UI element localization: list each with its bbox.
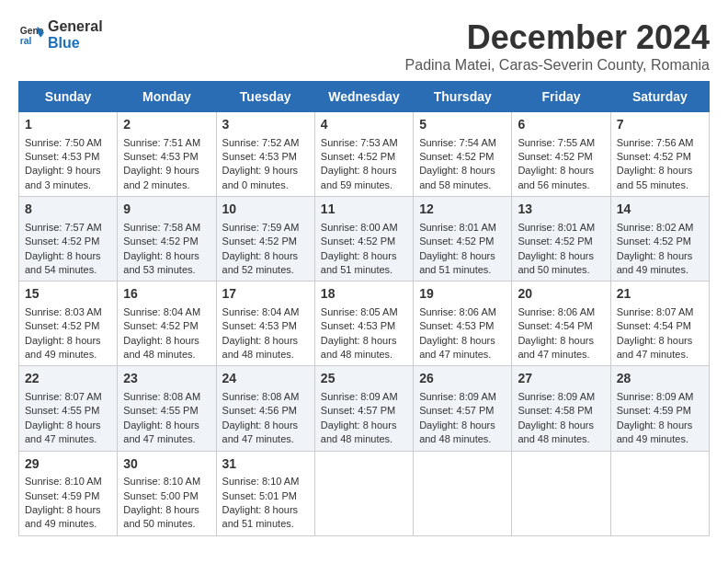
sunrise: Sunrise: 7:53 AM: [321, 137, 398, 148]
calendar-cell: 31Sunrise: 8:10 AMSunset: 5:01 PMDayligh…: [216, 451, 314, 535]
subtitle: Padina Matei, Caras-Severin County, Roma…: [405, 57, 710, 74]
calendar-cell: 19Sunrise: 8:06 AMSunset: 4:53 PMDayligh…: [414, 282, 512, 366]
sunset: Sunset: 4:52 PM: [518, 151, 592, 162]
sunset: Sunset: 4:53 PM: [419, 320, 494, 331]
daylight-hours-label: Daylight: 8 hours and 54 minutes.: [25, 250, 101, 275]
calendar-cell: 25Sunrise: 8:09 AMSunset: 4:57 PMDayligh…: [314, 366, 413, 451]
calendar-cell: 30Sunrise: 8:10 AMSunset: 5:00 PMDayligh…: [118, 451, 216, 535]
daylight-hours-label: Daylight: 8 hours and 52 minutes.: [222, 250, 299, 275]
day-number: 14: [617, 201, 703, 219]
day-number: 21: [617, 285, 703, 304]
sunset: Sunset: 4:52 PM: [25, 320, 99, 331]
day-number: 7: [617, 116, 703, 134]
day-number: 22: [25, 370, 111, 388]
sunrise: Sunrise: 7:57 AM: [25, 222, 102, 233]
day-number: 16: [123, 285, 210, 304]
day-number: 6: [518, 116, 604, 134]
sunrise: Sunrise: 8:08 AM: [222, 391, 300, 402]
daylight-hours-label: Daylight: 8 hours and 47 minutes.: [222, 419, 299, 444]
daylight-hours-label: Daylight: 8 hours and 49 minutes.: [25, 335, 101, 360]
sunrise: Sunrise: 7:50 AM: [25, 137, 102, 148]
sunset: Sunset: 4:53 PM: [321, 320, 395, 331]
daylight-hours-label: Daylight: 8 hours and 47 minutes.: [123, 419, 199, 444]
calendar-cell: 13Sunrise: 8:01 AMSunset: 4:52 PMDayligh…: [512, 197, 610, 282]
sunrise: Sunrise: 8:08 AM: [123, 391, 200, 402]
sunset: Sunset: 4:56 PM: [222, 405, 297, 416]
daylight-hours-label: Daylight: 9 hours and 0 minutes.: [222, 165, 299, 190]
day-number: 3: [222, 116, 309, 134]
sunset: Sunset: 4:55 PM: [25, 405, 99, 416]
sunrise: Sunrise: 8:09 AM: [518, 391, 595, 402]
day-number: 9: [123, 201, 210, 219]
sunrise: Sunrise: 7:55 AM: [518, 137, 595, 148]
calendar-cell: 3Sunrise: 7:52 AMSunset: 4:53 PMDaylight…: [216, 112, 314, 197]
calendar-cell: 20Sunrise: 8:06 AMSunset: 4:54 PMDayligh…: [512, 282, 610, 366]
sunrise: Sunrise: 7:56 AM: [617, 137, 694, 148]
calendar-cell: 4Sunrise: 7:53 AMSunset: 4:52 PMDaylight…: [314, 112, 413, 197]
calendar-week-row: 22Sunrise: 8:07 AMSunset: 4:55 PMDayligh…: [19, 366, 710, 451]
day-number: 12: [419, 201, 506, 219]
daylight-hours-label: Daylight: 8 hours and 48 minutes.: [123, 335, 199, 360]
daylight-hours-label: Daylight: 8 hours and 51 minutes.: [419, 250, 495, 275]
daylight-hours-label: Daylight: 8 hours and 51 minutes.: [321, 250, 397, 275]
sunset: Sunset: 4:52 PM: [419, 236, 494, 247]
header-friday: Friday: [512, 82, 610, 112]
logo: Gene ral General Blue: [18, 18, 103, 51]
calendar-cell: 24Sunrise: 8:08 AMSunset: 4:56 PMDayligh…: [216, 366, 314, 451]
calendar-cell: 14Sunrise: 8:02 AMSunset: 4:52 PMDayligh…: [610, 197, 709, 282]
page-header: Gene ral General Blue December 2024 Padi…: [18, 18, 710, 74]
sunrise: Sunrise: 8:04 AM: [222, 306, 300, 317]
day-number: 28: [617, 370, 703, 388]
day-number: 26: [419, 370, 506, 388]
day-number: 19: [419, 285, 506, 304]
sunset: Sunset: 4:52 PM: [518, 236, 592, 247]
sunset: Sunset: 4:52 PM: [222, 236, 297, 247]
sunset: Sunset: 4:52 PM: [321, 236, 395, 247]
sunset: Sunset: 4:52 PM: [25, 236, 99, 247]
calendar-cell: 2Sunrise: 7:51 AMSunset: 4:53 PMDaylight…: [118, 112, 216, 197]
sunrise: Sunrise: 8:07 AM: [617, 306, 694, 317]
header-tuesday: Tuesday: [216, 82, 314, 112]
header-wednesday: Wednesday: [314, 82, 413, 112]
sunrise: Sunrise: 8:02 AM: [617, 222, 694, 233]
daylight-hours-label: Daylight: 8 hours and 47 minutes.: [617, 335, 693, 360]
day-number: 15: [25, 285, 111, 304]
daylight-hours-label: Daylight: 8 hours and 48 minutes.: [419, 419, 495, 444]
sunset: Sunset: 5:01 PM: [222, 490, 297, 501]
daylight-hours-label: Daylight: 8 hours and 50 minutes.: [123, 504, 199, 529]
sunset: Sunset: 4:53 PM: [25, 151, 99, 162]
calendar-week-row: 1Sunrise: 7:50 AMSunset: 4:53 PMDaylight…: [19, 112, 710, 197]
calendar-cell: 26Sunrise: 8:09 AMSunset: 4:57 PMDayligh…: [414, 366, 512, 451]
calendar-cell: 9Sunrise: 7:58 AMSunset: 4:52 PMDaylight…: [118, 197, 216, 282]
calendar-cell: [414, 451, 512, 535]
calendar-cell: 29Sunrise: 8:10 AMSunset: 4:59 PMDayligh…: [19, 451, 118, 535]
daylight-hours-label: Daylight: 8 hours and 58 minutes.: [419, 165, 495, 190]
sunset: Sunset: 4:54 PM: [617, 320, 691, 331]
sunset: Sunset: 4:54 PM: [518, 320, 592, 331]
sunset: Sunset: 4:53 PM: [222, 151, 297, 162]
header-monday: Monday: [118, 82, 216, 112]
daylight-hours-label: Daylight: 8 hours and 49 minutes.: [617, 419, 693, 444]
calendar-cell: 10Sunrise: 7:59 AMSunset: 4:52 PMDayligh…: [216, 197, 314, 282]
sunset: Sunset: 4:57 PM: [321, 405, 395, 416]
sunrise: Sunrise: 8:06 AM: [518, 306, 595, 317]
sunset: Sunset: 4:52 PM: [321, 151, 395, 162]
daylight-hours-label: Daylight: 8 hours and 48 minutes.: [321, 419, 397, 444]
daylight-hours-label: Daylight: 8 hours and 48 minutes.: [222, 335, 299, 360]
day-number: 8: [25, 201, 111, 219]
daylight-hours-label: Daylight: 8 hours and 48 minutes.: [321, 335, 397, 360]
logo-line2: Blue: [48, 35, 103, 52]
sunrise: Sunrise: 7:58 AM: [123, 222, 200, 233]
sunset: Sunset: 4:52 PM: [419, 151, 494, 162]
calendar-cell: 17Sunrise: 8:04 AMSunset: 4:53 PMDayligh…: [216, 282, 314, 366]
daylight-hours-label: Daylight: 8 hours and 55 minutes.: [617, 165, 693, 190]
day-number: 17: [222, 285, 309, 304]
calendar-cell: 28Sunrise: 8:09 AMSunset: 4:59 PMDayligh…: [610, 366, 709, 451]
calendar-cell: 22Sunrise: 8:07 AMSunset: 4:55 PMDayligh…: [19, 366, 118, 451]
day-number: 1: [25, 116, 111, 134]
day-number: 31: [222, 455, 309, 474]
sunrise: Sunrise: 8:07 AM: [25, 391, 102, 402]
day-number: 11: [321, 201, 407, 219]
sunrise: Sunrise: 8:04 AM: [123, 306, 200, 317]
day-number: 5: [419, 116, 506, 134]
